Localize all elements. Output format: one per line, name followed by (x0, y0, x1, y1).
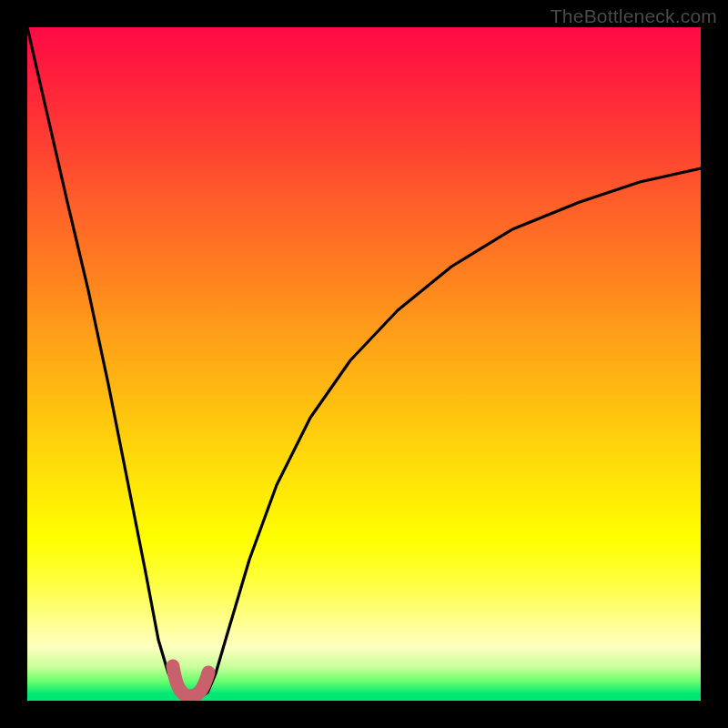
bottleneck-curve (27, 27, 701, 701)
attribution-text: TheBottleneck.com (551, 5, 717, 27)
outer-frame: TheBottleneck.com (0, 0, 728, 728)
plot-area (27, 27, 701, 701)
curve-path (27, 27, 701, 699)
minimum-marker (173, 666, 208, 696)
